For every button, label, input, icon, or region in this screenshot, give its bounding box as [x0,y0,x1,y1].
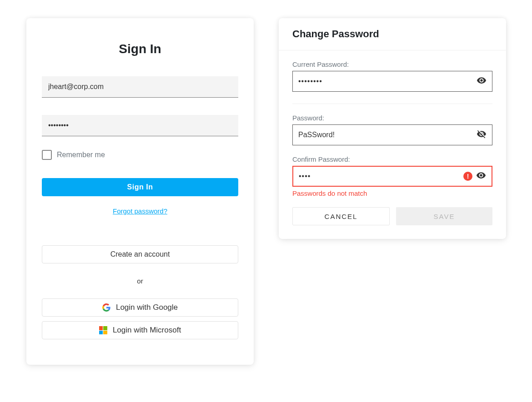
current-password-label: Current Password: [292,60,492,68]
signin-button-label: Sign In [127,183,153,191]
error-message: Passwords do not match [292,189,492,197]
remember-row: Remember me [42,150,238,160]
google-icon [102,303,110,312]
cancel-button[interactable]: CANCEL [292,207,390,225]
error-icon: ! [463,172,472,181]
signin-button[interactable]: Sign In [42,178,238,196]
signin-card: Sign In Remember me Sign In Forgot passw… [26,18,254,365]
remember-checkbox[interactable] [42,150,52,160]
new-password-label: Password: [292,114,492,122]
eye-off-icon[interactable] [477,129,487,141]
cancel-button-label: CANCEL [325,213,358,220]
login-microsoft-label: Login with Microsoft [113,326,181,335]
forgot-password-link[interactable]: Forgot password? [113,207,167,215]
actions-row: CANCEL SAVE [292,207,492,225]
login-microsoft-button[interactable]: Login with Microsoft [42,321,238,339]
email-field[interactable] [42,76,238,98]
create-account-button[interactable]: Create an account [42,245,238,263]
login-google-button[interactable]: Login with Google [42,298,238,317]
change-password-title: Change Password [279,18,506,50]
current-password-field[interactable] [298,77,473,85]
forgot-row: Forgot password? [42,207,238,215]
confirm-password-label: Confirm Password: [292,155,492,163]
or-divider: or [42,277,238,285]
confirm-password-wrap: ! [292,166,492,187]
save-button-label: SAVE [434,213,455,220]
new-password-field[interactable] [298,131,473,139]
login-google-label: Login with Google [116,303,178,312]
new-password-wrap [292,124,492,145]
create-account-label: Create an account [110,250,170,258]
current-password-wrap [292,71,492,92]
confirm-password-field[interactable] [299,172,460,180]
change-password-card: Change Password Current Password: Passwo… [279,18,506,239]
save-button[interactable]: SAVE [396,207,492,225]
separator [292,104,492,104]
microsoft-icon [99,326,107,334]
eye-icon[interactable] [477,75,487,87]
remember-label: Remember me [57,151,105,159]
eye-icon[interactable] [476,170,486,182]
password-field[interactable] [42,115,238,136]
signin-title: Sign In [42,42,238,56]
